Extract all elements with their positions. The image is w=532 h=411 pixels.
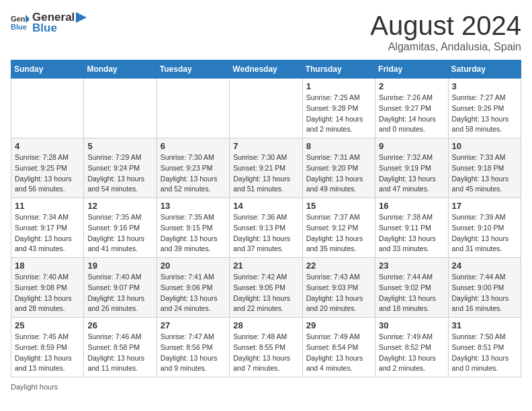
calendar-cell: 22Sunrise: 7:43 AM Sunset: 9:03 PM Dayli… [302, 258, 375, 318]
page-header: General Blue General Blue August 2024 Al… [11, 11, 521, 53]
day-number: 25 [15, 320, 80, 330]
day-number: 7 [233, 141, 298, 151]
calendar-cell: 27Sunrise: 7:47 AM Sunset: 8:56 PM Dayli… [157, 318, 229, 377]
day-info: Sunrise: 7:50 AM Sunset: 8:51 PM Dayligh… [452, 332, 517, 374]
day-info: Sunrise: 7:44 AM Sunset: 9:02 PM Dayligh… [379, 272, 444, 314]
month-title: August 2024 [370, 11, 521, 41]
day-info: Sunrise: 7:36 AM Sunset: 9:13 PM Dayligh… [233, 212, 298, 255]
calendar-cell: 13Sunrise: 7:35 AM Sunset: 9:15 PM Dayli… [157, 198, 229, 258]
calendar-header-saturday: Saturday [448, 60, 521, 79]
calendar-cell [11, 79, 84, 138]
calendar-header-thursday: Thursday [302, 60, 375, 79]
day-info: Sunrise: 7:32 AM Sunset: 9:19 PM Dayligh… [379, 152, 444, 195]
day-info: Sunrise: 7:40 AM Sunset: 9:07 PM Dayligh… [87, 272, 152, 314]
calendar-cell: 15Sunrise: 7:37 AM Sunset: 9:12 PM Dayli… [302, 198, 375, 258]
day-info: Sunrise: 7:29 AM Sunset: 9:24 PM Dayligh… [87, 152, 152, 195]
day-number: 2 [379, 81, 444, 91]
calendar-cell: 1Sunrise: 7:25 AM Sunset: 9:28 PM Daylig… [302, 79, 375, 138]
calendar-cell: 25Sunrise: 7:45 AM Sunset: 8:59 PM Dayli… [11, 318, 84, 377]
day-number: 19 [87, 261, 152, 271]
calendar-cell: 8Sunrise: 7:31 AM Sunset: 9:20 PM Daylig… [302, 138, 375, 198]
day-number: 5 [87, 141, 152, 151]
day-number: 8 [306, 141, 371, 151]
day-number: 28 [233, 320, 298, 330]
day-info: Sunrise: 7:41 AM Sunset: 9:06 PM Dayligh… [161, 272, 226, 314]
day-info: Sunrise: 7:35 AM Sunset: 9:15 PM Dayligh… [161, 212, 226, 255]
day-number: 24 [452, 261, 517, 271]
day-number: 12 [87, 201, 152, 211]
calendar-cell: 6Sunrise: 7:30 AM Sunset: 9:23 PM Daylig… [157, 138, 229, 198]
calendar-cell: 18Sunrise: 7:40 AM Sunset: 9:08 PM Dayli… [11, 258, 84, 318]
day-info: Sunrise: 7:40 AM Sunset: 9:08 PM Dayligh… [15, 272, 80, 314]
calendar-cell: 12Sunrise: 7:35 AM Sunset: 9:16 PM Dayli… [84, 198, 157, 258]
day-number: 23 [379, 261, 444, 271]
calendar-cell: 3Sunrise: 7:27 AM Sunset: 9:26 PM Daylig… [448, 79, 521, 138]
logo-arrow-icon [76, 12, 87, 23]
day-number: 9 [379, 141, 444, 151]
calendar-cell: 11Sunrise: 7:34 AM Sunset: 9:17 PM Dayli… [11, 198, 84, 258]
calendar-cell: 30Sunrise: 7:49 AM Sunset: 8:52 PM Dayli… [375, 318, 448, 377]
day-info: Sunrise: 7:38 AM Sunset: 9:11 PM Dayligh… [379, 212, 444, 255]
logo: General Blue General Blue [11, 11, 87, 35]
calendar-cell [84, 79, 157, 138]
day-number: 6 [161, 141, 226, 151]
day-number: 22 [306, 261, 371, 271]
day-number: 11 [15, 201, 80, 211]
calendar-cell: 23Sunrise: 7:44 AM Sunset: 9:02 PM Dayli… [375, 258, 448, 318]
calendar-cell: 14Sunrise: 7:36 AM Sunset: 9:13 PM Dayli… [230, 198, 302, 258]
footer-note: Daylight hours [11, 383, 521, 391]
day-number: 15 [306, 201, 371, 211]
calendar-header-wednesday: Wednesday [230, 60, 302, 79]
calendar-header-friday: Friday [375, 60, 448, 79]
calendar-cell: 4Sunrise: 7:28 AM Sunset: 9:25 PM Daylig… [11, 138, 84, 198]
day-info: Sunrise: 7:39 AM Sunset: 9:10 PM Dayligh… [452, 212, 517, 255]
day-info: Sunrise: 7:49 AM Sunset: 8:54 PM Dayligh… [306, 332, 371, 374]
day-number: 16 [379, 201, 444, 211]
svg-text:Blue: Blue [11, 23, 27, 31]
calendar-cell: 16Sunrise: 7:38 AM Sunset: 9:11 PM Dayli… [375, 198, 448, 258]
day-info: Sunrise: 7:31 AM Sunset: 9:20 PM Dayligh… [306, 152, 371, 195]
day-info: Sunrise: 7:49 AM Sunset: 8:52 PM Dayligh… [379, 332, 444, 374]
calendar-header-tuesday: Tuesday [157, 60, 229, 79]
calendar-table: SundayMondayTuesdayWednesdayThursdayFrid… [11, 60, 521, 377]
day-number: 18 [15, 261, 80, 271]
day-number: 26 [87, 320, 152, 330]
calendar-cell: 26Sunrise: 7:46 AM Sunset: 8:58 PM Dayli… [84, 318, 157, 377]
calendar-week-row: 18Sunrise: 7:40 AM Sunset: 9:08 PM Dayli… [11, 258, 521, 318]
day-info: Sunrise: 7:46 AM Sunset: 8:58 PM Dayligh… [87, 332, 152, 374]
day-info: Sunrise: 7:27 AM Sunset: 9:26 PM Dayligh… [452, 93, 517, 135]
day-info: Sunrise: 7:35 AM Sunset: 9:16 PM Dayligh… [87, 212, 152, 255]
calendar-cell: 28Sunrise: 7:48 AM Sunset: 8:55 PM Dayli… [230, 318, 302, 377]
day-number: 31 [452, 320, 517, 330]
day-info: Sunrise: 7:48 AM Sunset: 8:55 PM Dayligh… [233, 332, 298, 374]
day-info: Sunrise: 7:25 AM Sunset: 9:28 PM Dayligh… [306, 93, 371, 135]
calendar-cell: 29Sunrise: 7:49 AM Sunset: 8:54 PM Dayli… [302, 318, 375, 377]
title-block: August 2024 Algamitas, Andalusia, Spain [370, 11, 521, 53]
calendar-cell: 31Sunrise: 7:50 AM Sunset: 8:51 PM Dayli… [448, 318, 521, 377]
day-info: Sunrise: 7:44 AM Sunset: 9:00 PM Dayligh… [452, 272, 517, 314]
day-number: 3 [452, 81, 517, 91]
day-info: Sunrise: 7:37 AM Sunset: 9:12 PM Dayligh… [306, 212, 371, 255]
calendar-cell: 24Sunrise: 7:44 AM Sunset: 9:00 PM Dayli… [448, 258, 521, 318]
calendar-header-row: SundayMondayTuesdayWednesdayThursdayFrid… [11, 60, 521, 79]
calendar-cell: 9Sunrise: 7:32 AM Sunset: 9:19 PM Daylig… [375, 138, 448, 198]
day-info: Sunrise: 7:30 AM Sunset: 9:21 PM Dayligh… [233, 152, 298, 195]
calendar-week-row: 4Sunrise: 7:28 AM Sunset: 9:25 PM Daylig… [11, 138, 521, 198]
day-number: 4 [15, 141, 80, 151]
calendar-cell: 20Sunrise: 7:41 AM Sunset: 9:06 PM Dayli… [157, 258, 229, 318]
day-number: 20 [161, 261, 226, 271]
calendar-week-row: 11Sunrise: 7:34 AM Sunset: 9:17 PM Dayli… [11, 198, 521, 258]
logo-icon: General Blue [11, 13, 30, 32]
day-number: 10 [452, 141, 517, 151]
calendar-header-monday: Monday [84, 60, 157, 79]
calendar-header-sunday: Sunday [11, 60, 84, 79]
calendar-cell: 2Sunrise: 7:26 AM Sunset: 9:27 PM Daylig… [375, 79, 448, 138]
calendar-week-row: 1Sunrise: 7:25 AM Sunset: 9:28 PM Daylig… [11, 79, 521, 138]
calendar-cell: 10Sunrise: 7:33 AM Sunset: 9:18 PM Dayli… [448, 138, 521, 198]
day-info: Sunrise: 7:26 AM Sunset: 9:27 PM Dayligh… [379, 93, 444, 135]
day-info: Sunrise: 7:28 AM Sunset: 9:25 PM Dayligh… [15, 152, 80, 195]
calendar-cell [230, 79, 302, 138]
day-number: 27 [161, 320, 226, 330]
calendar-cell [157, 79, 229, 138]
calendar-cell: 19Sunrise: 7:40 AM Sunset: 9:07 PM Dayli… [84, 258, 157, 318]
